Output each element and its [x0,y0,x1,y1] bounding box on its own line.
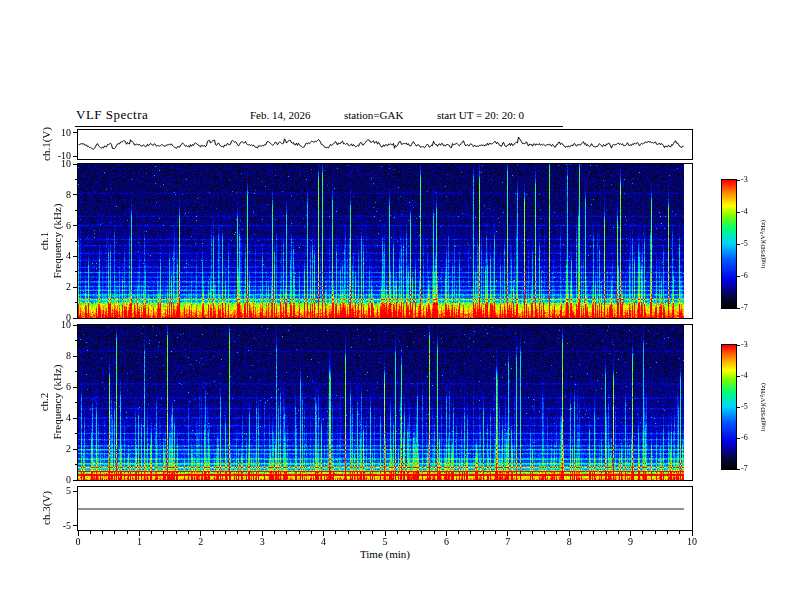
colorbar-tick-label: -3 [741,340,748,349]
figure-station: station=GAK [344,109,403,121]
x-tick-label: 0 [66,536,90,548]
colorbar-tick-label: -7 [741,303,748,312]
spectrogram-ch2-canvas [78,325,692,480]
x-tick-label: 1 [127,536,151,548]
figure-title: VLF Spectra [76,107,148,123]
colorbar-tick-label: -3 [741,175,748,184]
colorbar-tick-mark [737,469,740,470]
x-minor-tick-mark [470,531,471,534]
x-minor-tick-mark [520,531,521,534]
y-minor-tick-mark [75,402,78,403]
y-minor-tick-mark [75,302,78,303]
y-tick-mark [73,194,78,195]
x-minor-tick-mark [409,531,410,534]
y-tick-label: 4 [52,412,71,424]
colorbar-tick-mark [737,376,740,377]
y-minor-tick-mark [75,433,78,434]
x-minor-tick-mark [618,531,619,534]
colorbar-tick-mark [737,308,740,309]
x-minor-tick-mark [606,531,607,534]
x-tick-label: 3 [250,536,274,548]
x-minor-tick-mark [90,531,91,534]
colorbar-ch1-unit-label: log(PSD)(V²/Hz) [759,220,767,268]
y-tick-mark [73,418,78,419]
colorbar-tick-mark [737,438,740,439]
colorbar-tick-label: -5 [741,239,748,248]
colorbar-ch1 [722,180,736,308]
x-minor-tick-mark [495,531,496,534]
y-tick-mark [73,356,78,357]
y-tick-label: 6 [52,220,71,232]
y-tick-label: 2 [52,443,71,455]
ch2-axis-label: ch.2 [38,393,50,412]
x-minor-tick-mark [483,531,484,534]
x-minor-tick-mark [225,531,226,534]
x-minor-tick-mark [335,531,336,534]
figure-date: Feb. 14, 2026 [250,109,311,121]
x-minor-tick-mark [667,531,668,534]
x-tick-label: 4 [312,536,336,548]
y-tick-mark [73,325,78,326]
x-minor-tick-mark [163,531,164,534]
colorbar-tick-mark [737,244,740,245]
y-tick-label: 5 [48,485,71,497]
x-minor-tick-mark [286,531,287,534]
y-tick-mark [73,256,78,257]
spectrogram-ch1-canvas [78,164,692,318]
colorbar-ch2 [722,345,736,469]
y-tick-mark [73,318,78,319]
y-tick-mark [73,132,78,133]
y-tick-mark [73,156,78,157]
y-minor-tick-mark [75,464,78,465]
y-minor-tick-mark [75,241,78,242]
x-minor-tick-mark [360,531,361,534]
x-minor-tick-mark [581,531,582,534]
x-minor-tick-mark [102,531,103,534]
x-minor-tick-mark [114,531,115,534]
y-tick-label: 10 [52,319,71,331]
colorbar-tick-mark [737,180,740,181]
x-minor-tick-mark [655,531,656,534]
figure-start-ut: start UT = 20: 20: 0 [437,109,524,121]
y-tick-mark [73,480,78,481]
colorbar-tick-label: -7 [741,464,748,473]
x-minor-tick-mark [544,531,545,534]
x-minor-tick-mark [532,531,533,534]
waveform-ch3-canvas [78,487,692,530]
colorbar-tick-label: -6 [741,271,748,280]
x-tick-label: 7 [496,536,520,548]
x-tick-label: 8 [557,536,581,548]
x-minor-tick-mark [213,531,214,534]
colorbar-tick-label: -4 [741,207,748,216]
y-tick-label: 4 [52,250,71,262]
y-tick-label: 8 [52,350,71,362]
y-tick-label: 2 [52,281,71,293]
x-tick-label: 9 [619,536,643,548]
y-tick-mark [73,491,78,492]
y-tick-mark [73,525,78,526]
x-minor-tick-mark [188,531,189,534]
x-minor-tick-mark [421,531,422,534]
x-tick-label: 10 [680,536,704,548]
ch1-axis-label: ch.1 [38,232,50,251]
x-tick-label: 6 [434,536,458,548]
x-minor-tick-mark [434,531,435,534]
colorbar-tick-mark [737,212,740,213]
x-minor-tick-mark [679,531,680,534]
colorbar-tick-label: -5 [741,402,748,411]
y-tick-mark [73,387,78,388]
colorbar-ch2-unit-label: log(PSD)(V²/Hz) [759,383,767,431]
x-minor-tick-mark [249,531,250,534]
y-minor-tick-mark [75,371,78,372]
x-minor-tick-mark [458,531,459,534]
y-tick-mark [73,449,78,450]
x-tick-label: 5 [373,536,397,548]
y-minor-tick-mark [75,179,78,180]
x-tick-label: 2 [189,536,213,548]
y-tick-label: 8 [52,189,71,201]
x-minor-tick-mark [127,531,128,534]
x-minor-tick-mark [348,531,349,534]
y-tick-label: -5 [48,520,71,532]
x-minor-tick-mark [274,531,275,534]
y-tick-mark [73,225,78,226]
